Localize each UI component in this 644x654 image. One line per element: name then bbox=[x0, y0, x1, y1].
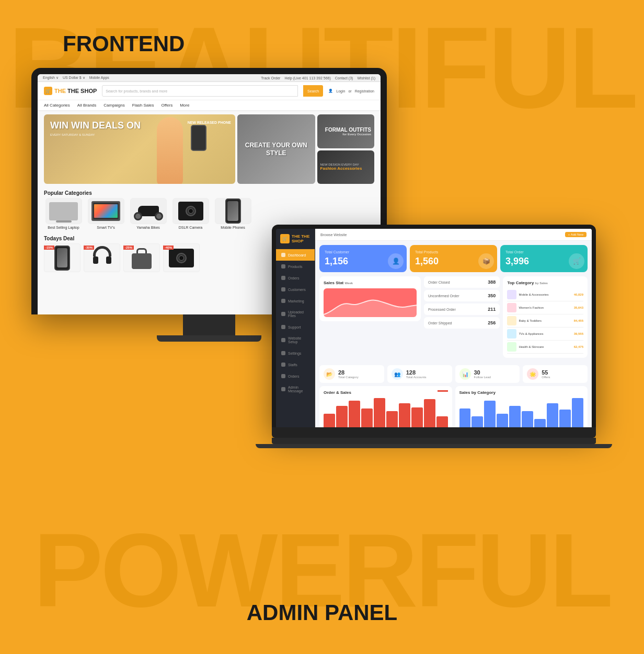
order-shipped-label: Order Shipped bbox=[428, 321, 452, 325]
tv-screen bbox=[94, 204, 117, 218]
fe-deal-3[interactable]: -25% bbox=[123, 243, 160, 272]
moto-body bbox=[138, 206, 159, 216]
fe-nav-all-brands[interactable]: All Brands bbox=[77, 103, 96, 108]
orders-sales-chart-bars bbox=[324, 398, 448, 427]
fe-nav-flash-sales[interactable]: Flash Sales bbox=[132, 103, 154, 108]
bag-handle bbox=[136, 248, 147, 253]
admin-nav-products[interactable]: Products bbox=[276, 261, 315, 272]
fe-register-link[interactable]: Registration bbox=[355, 89, 374, 93]
admin-sales-chart-card: Sales Stat Week bbox=[319, 276, 421, 321]
hp-arc bbox=[93, 246, 111, 256]
sales-chart-svg bbox=[324, 296, 417, 317]
support-icon bbox=[281, 325, 285, 329]
admin-nav-settings[interactable]: Settings bbox=[276, 347, 315, 359]
camera-inner bbox=[188, 208, 193, 214]
monitor-stand bbox=[183, 314, 235, 335]
admin-orders-sales-title: Order & Sales bbox=[324, 390, 448, 395]
fe-nav-more[interactable]: More bbox=[180, 103, 189, 108]
fe-cat-moto-img bbox=[130, 198, 167, 224]
fe-login-link[interactable]: Login bbox=[336, 89, 345, 93]
order-processed-val: 211 bbox=[488, 307, 496, 312]
fe-cat-mobile[interactable]: Mobile Phones bbox=[213, 198, 252, 229]
fe-cat-tv[interactable]: Smart TV's bbox=[86, 198, 125, 229]
cat-bar-3 bbox=[484, 401, 496, 427]
fe-track-order[interactable]: Track Order bbox=[261, 76, 280, 80]
fe-cat-camera[interactable]: DSLR Camera bbox=[171, 198, 210, 229]
admin-nav-customers[interactable]: Customers bbox=[276, 284, 315, 295]
admin-stats-row: Total Customer 1,156 👤 Total Products 1,… bbox=[315, 241, 592, 276]
fe-cat-moto[interactable]: Yamaha Bikes bbox=[129, 198, 168, 229]
admin-nav-uploads[interactable]: Uploaded Files bbox=[276, 307, 315, 321]
fe-banner-fashion-text: Fashion Accessories bbox=[320, 166, 362, 171]
order-processed-label: Processed Order bbox=[428, 308, 456, 311]
phone-icon bbox=[225, 198, 241, 224]
fe-nav: All Categories All Brands Campaigns Flas… bbox=[38, 100, 381, 111]
admin-sidebar: 🛒 THE THE SHOP Dashboard Products bbox=[276, 229, 315, 427]
cat-bar-10 bbox=[572, 398, 583, 427]
admin-sales-category-title: Sales by Category bbox=[459, 390, 584, 395]
orders2-icon bbox=[281, 374, 285, 378]
admin-nav-support[interactable]: Support bbox=[276, 321, 315, 333]
fe-banner-main[interactable]: WIN WIN DEALS ON EVERY SATURDAY & SUNDAY… bbox=[44, 114, 235, 184]
admin-browse-website[interactable]: Browse Website bbox=[320, 233, 347, 237]
bar-6 bbox=[386, 411, 398, 427]
fe-nav-offers[interactable]: Offers bbox=[162, 103, 173, 108]
cat-bar-1 bbox=[459, 408, 471, 427]
fe-cat-mobile-img bbox=[215, 198, 251, 224]
order-closed-label: Order Closed bbox=[428, 281, 450, 284]
admin-nav-orders2[interactable]: Orders bbox=[276, 370, 315, 382]
fe-search-input[interactable]: Search for products, brands and more bbox=[102, 85, 298, 97]
order-unconfirmed-val: 350 bbox=[488, 293, 496, 298]
fe-user-icon: 👤 bbox=[328, 89, 333, 93]
accounts-metric-val: 128 bbox=[406, 369, 427, 376]
admin-metric-category: 📂 28 Total Category bbox=[319, 365, 384, 383]
fe-cat-camera-label: DSLR Camera bbox=[179, 226, 203, 229]
fe-deal-1[interactable]: -15% bbox=[44, 243, 80, 272]
fe-cat-laptop[interactable]: Best Selling Laptop bbox=[44, 198, 83, 229]
camera-icon bbox=[178, 202, 203, 220]
category-metric-icon: 📂 bbox=[324, 368, 335, 380]
admin-bottom-charts: Order & Sales bbox=[315, 386, 592, 427]
admin-top-cat-card: Top Category by Sales Mobile & Accessori… bbox=[503, 276, 588, 358]
fe-banner-fashion[interactable]: NEW DESIGN EVERY DAY Fashion Accessories bbox=[317, 150, 374, 184]
cat-bar-8 bbox=[547, 403, 558, 427]
cat-img-4 bbox=[507, 329, 516, 338]
fe-cat-moto-label: Yamaha Bikes bbox=[136, 226, 160, 229]
admin-nav-marketing[interactable]: Marketing bbox=[276, 295, 315, 307]
laptop-screen: 🛒 THE THE SHOP Dashboard Products bbox=[276, 229, 592, 427]
fe-nav-campaigns[interactable]: Campaigns bbox=[104, 103, 124, 108]
cat-name-5: Health & Skincare bbox=[519, 345, 571, 348]
fe-lang[interactable]: English ∨ bbox=[43, 76, 59, 80]
admin-metric-offers: 🌟 55 Offers bbox=[523, 365, 588, 383]
fe-contact[interactable]: Contact (3) bbox=[335, 76, 353, 80]
admin-nav-staffs[interactable]: Staffs bbox=[276, 359, 315, 370]
admin-main-content: Browse Website + Add New Total Customer … bbox=[315, 229, 592, 427]
fe-search-button[interactable]: Search bbox=[303, 85, 323, 97]
admin-cat-3: Baby & Toddlers 84,455 bbox=[507, 314, 583, 328]
fe-currency[interactable]: US Dollar $ ∨ bbox=[63, 76, 85, 80]
fe-deal-2[interactable]: -30% bbox=[84, 243, 120, 272]
cat-img-1 bbox=[507, 290, 516, 299]
fe-help[interactable]: Help (Live 401 113 392 566) bbox=[284, 76, 330, 80]
fe-categories-title: Popular Categories bbox=[38, 187, 381, 198]
admin-nav-dashboard[interactable]: Dashboard bbox=[276, 249, 315, 261]
cat-bar-6 bbox=[522, 411, 533, 427]
admin-add-new-btn[interactable]: + Add New bbox=[565, 232, 586, 237]
fe-nav-all-categories[interactable]: All Categories bbox=[44, 103, 70, 108]
fe-model-figure bbox=[157, 117, 183, 184]
fe-banner-style[interactable]: CREATE YOUR OWN STYLE bbox=[237, 114, 315, 184]
fe-logo-text: THE THE SHOP bbox=[54, 88, 97, 94]
fe-banner-formal-top[interactable]: FORMAL OUTFITS for Every Occasion bbox=[317, 114, 374, 148]
fe-logo-icon: 🛒 bbox=[44, 87, 52, 95]
orders-icon bbox=[281, 276, 285, 280]
fe-deal-4[interactable]: -40% bbox=[163, 243, 200, 272]
website-icon bbox=[281, 338, 285, 342]
fe-mobile-apps[interactable]: Mobile Apps bbox=[89, 76, 109, 80]
fe-deal-badge-1: -15% bbox=[44, 246, 54, 250]
fe-wishlist[interactable]: Wishlist (1) bbox=[357, 76, 375, 80]
fe-logo: 🛒 THE THE SHOP bbox=[44, 87, 97, 95]
admin-nav-orders[interactable]: Orders bbox=[276, 272, 315, 284]
admin-nav-message[interactable]: Admin Message bbox=[276, 382, 315, 396]
laptop-bottom-bar bbox=[272, 427, 596, 438]
admin-nav-website-setup[interactable]: Website Setup bbox=[276, 333, 315, 347]
